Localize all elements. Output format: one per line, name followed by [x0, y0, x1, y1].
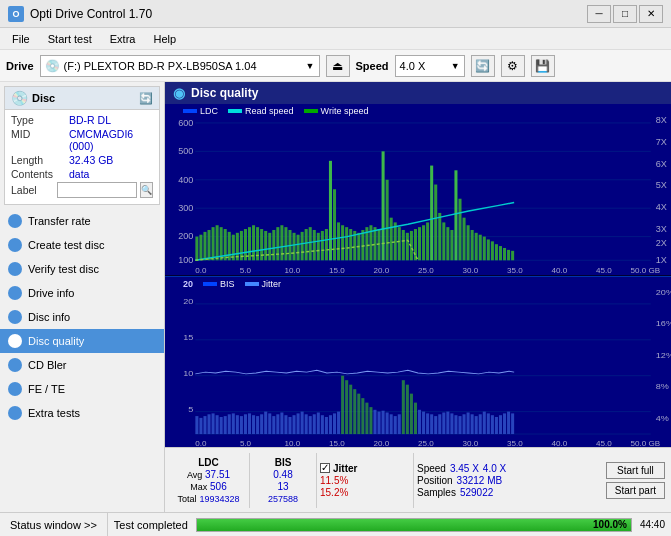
sidebar-item-transfer-rate[interactable]: Transfer rate	[0, 209, 164, 233]
chart-legend-bottom: 20 BIS Jitter	[183, 279, 281, 289]
svg-text:8%: 8%	[656, 381, 670, 390]
svg-rect-193	[475, 416, 478, 434]
save-button[interactable]: 💾	[531, 55, 555, 77]
svg-rect-149	[297, 413, 300, 434]
menu-extra[interactable]: Extra	[102, 31, 144, 47]
svg-text:400: 400	[178, 175, 193, 185]
sidebar-item-disc-quality[interactable]: Disc quality	[0, 329, 164, 353]
eject-button[interactable]: ⏏	[326, 55, 350, 77]
svg-text:25.0: 25.0	[418, 439, 434, 447]
svg-text:500: 500	[178, 146, 193, 156]
svg-rect-133	[232, 413, 235, 434]
menu-start-test[interactable]: Start test	[40, 31, 100, 47]
disc-quality-label: Disc quality	[28, 335, 84, 347]
speed-stat-label: Speed	[417, 463, 446, 474]
svg-text:45.0: 45.0	[596, 439, 612, 447]
svg-rect-33	[248, 227, 251, 260]
svg-rect-76	[422, 225, 425, 260]
verify-test-disc-icon	[8, 262, 22, 276]
svg-rect-75	[418, 227, 421, 260]
menu-file[interactable]: File	[4, 31, 38, 47]
sidebar-nav: Transfer rate Create test disc Verify te…	[0, 209, 164, 425]
disc-contents-row: Contents data	[11, 168, 153, 180]
svg-rect-51	[321, 231, 324, 260]
svg-rect-145	[280, 412, 283, 434]
svg-rect-124	[195, 416, 198, 434]
legend-ldc-label: LDC	[200, 106, 218, 116]
jitter-checkbox[interactable]	[320, 463, 330, 473]
disc-quality-header-icon: ◉	[173, 85, 185, 101]
sidebar-item-disc-info[interactable]: Disc info	[0, 305, 164, 329]
svg-text:5.0: 5.0	[240, 266, 252, 275]
settings-button[interactable]: ⚙	[501, 55, 525, 77]
legend-read-speed-label: Read speed	[245, 106, 294, 116]
disc-panel-icon[interactable]: 🔄	[139, 92, 153, 105]
content-area: ◉ Disc quality LDC Read speed	[165, 82, 671, 512]
position-row: Position 33212 MB	[417, 475, 606, 486]
transfer-rate-icon	[8, 214, 22, 228]
svg-rect-98	[511, 251, 514, 260]
jitter-label: Jitter	[333, 463, 357, 474]
disc-contents-value: data	[69, 168, 153, 180]
svg-text:50.0 GB: 50.0 GB	[631, 266, 661, 275]
drive-info-label: Drive info	[28, 287, 74, 299]
drive-select[interactable]: 💿 (F:) PLEXTOR BD-R PX-LB950SA 1.04 ▼	[40, 55, 320, 77]
svg-rect-167	[369, 407, 372, 434]
legend-write-speed-color	[304, 109, 318, 113]
svg-text:200: 200	[178, 232, 193, 242]
disc-label-icon-btn[interactable]: 🔍	[140, 182, 153, 198]
start-part-button[interactable]: Start part	[606, 482, 665, 499]
sidebar-item-fe-te[interactable]: FE / TE	[0, 377, 164, 401]
refresh-button[interactable]: 🔄	[471, 55, 495, 77]
sidebar-item-verify-test-disc[interactable]: Verify test disc	[0, 257, 164, 281]
disc-mid-row: MID CMCMAGDI6 (000)	[11, 128, 153, 152]
svg-rect-150	[301, 411, 304, 433]
svg-rect-38	[268, 233, 271, 260]
menu-help[interactable]: Help	[145, 31, 184, 47]
sidebar-item-drive-info[interactable]: Drive info	[0, 281, 164, 305]
svg-rect-192	[471, 414, 474, 434]
svg-rect-45	[297, 235, 300, 261]
svg-rect-201	[507, 411, 510, 433]
svg-rect-131	[224, 416, 227, 434]
svg-text:7X: 7X	[656, 137, 667, 147]
extra-tests-label: Extra tests	[28, 407, 80, 419]
svg-rect-164	[357, 393, 360, 433]
sidebar-item-extra-tests[interactable]: Extra tests	[0, 401, 164, 425]
svg-rect-169	[378, 411, 381, 433]
drive-info-icon	[8, 286, 22, 300]
speed-stat-target: 4.0 X	[483, 463, 506, 474]
svg-rect-86	[463, 218, 466, 261]
svg-rect-69	[394, 222, 397, 260]
disc-label-input[interactable]	[57, 182, 137, 198]
minimize-button[interactable]: ─	[587, 5, 611, 23]
svg-text:5X: 5X	[656, 181, 667, 191]
start-full-button[interactable]: Start full	[606, 462, 665, 479]
speed-stat-value: 3.45 X	[450, 463, 479, 474]
svg-text:10.0: 10.0	[284, 266, 300, 275]
ldc-total-value: Total 19934328	[171, 493, 246, 504]
svg-text:16%: 16%	[656, 318, 671, 327]
bis-total-num: 257588	[268, 494, 298, 504]
svg-rect-26	[220, 227, 223, 260]
svg-rect-155	[321, 415, 324, 434]
speed-select[interactable]: 4.0 X ▼	[395, 55, 465, 77]
svg-rect-130	[220, 416, 223, 433]
disc-type-row: Type BD-R DL	[11, 114, 153, 126]
sidebar-item-cd-bler[interactable]: CD Bler	[0, 353, 164, 377]
legend-jitter-label: Jitter	[262, 279, 282, 289]
disc-panel-title: Disc	[32, 92, 55, 104]
status-window-button[interactable]: Status window >>	[0, 513, 108, 536]
sidebar-item-create-test-disc[interactable]: Create test disc	[0, 233, 164, 257]
maximize-button[interactable]: □	[613, 5, 637, 23]
svg-rect-146	[284, 415, 287, 434]
svg-text:30.0: 30.0	[463, 439, 479, 447]
ldc-max-label: Max	[190, 482, 207, 492]
svg-rect-83	[450, 230, 453, 260]
stats-jitter: Jitter 11.5% 15.2%	[320, 463, 410, 498]
svg-rect-52	[325, 229, 328, 260]
svg-rect-77	[426, 222, 429, 260]
svg-rect-71	[402, 230, 405, 260]
close-button[interactable]: ✕	[639, 5, 663, 23]
app-icon: O	[8, 6, 24, 22]
